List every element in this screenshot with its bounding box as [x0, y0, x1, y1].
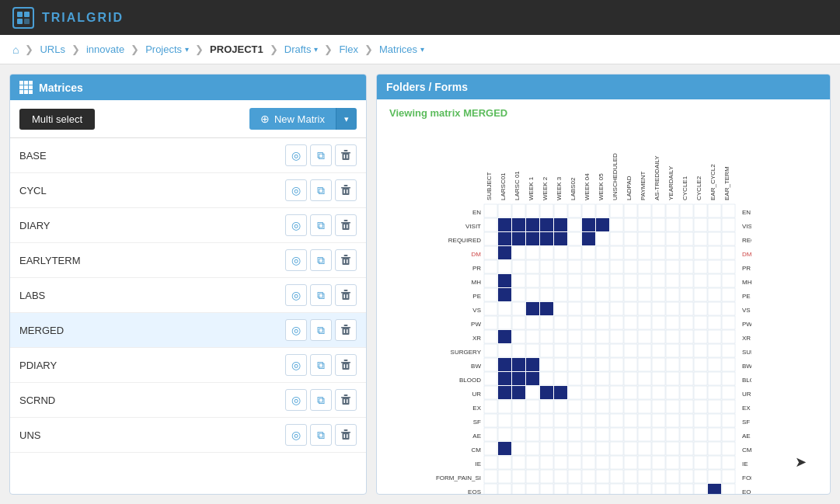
svg-rect-228 [596, 316, 609, 329]
svg-rect-72 [540, 204, 553, 217]
matrices-panel-header: Matrices [10, 75, 366, 100]
matrix-item[interactable]: UNS ◎ ⧉ [10, 418, 366, 453]
svg-rect-408 [722, 442, 735, 455]
svg-rect-453 [554, 484, 567, 494]
svg-text:REQUIRED: REQUIRED [448, 237, 481, 244]
svg-rect-12 [344, 189, 346, 193]
svg-rect-209 [596, 302, 609, 315]
matrix-delete-button[interactable] [335, 284, 357, 306]
matrix-copy-button[interactable]: ⧉ [310, 214, 332, 236]
breadcrumb-matrices[interactable]: Matrices ▾ [376, 42, 427, 57]
matrix-item[interactable]: PDIARY ◎ ⧉ [10, 348, 366, 383]
breadcrumb-home[interactable]: ⌂ [9, 42, 22, 57]
svg-rect-184 [512, 288, 525, 301]
matrix-view-button[interactable]: ◎ [285, 179, 307, 201]
svg-rect-239 [484, 330, 497, 343]
matrix-delete-button[interactable] [335, 424, 357, 446]
breadcrumb-projects[interactable]: Projects ▾ [142, 42, 192, 57]
svg-text:PW: PW [471, 321, 481, 328]
matrix-delete-button[interactable] [335, 144, 357, 166]
svg-rect-232 [652, 316, 665, 329]
svg-rect-43 [347, 399, 348, 403]
svg-rect-397 [568, 442, 581, 455]
svg-rect-346 [652, 400, 665, 413]
matrix-name: PDIARY [19, 360, 285, 371]
svg-rect-7 [344, 155, 346, 158]
svg-rect-191 [610, 288, 623, 301]
matrix-item[interactable]: MERGED ◎ ⧉ [10, 313, 366, 348]
svg-rect-111 [554, 232, 567, 245]
breadcrumb-drafts[interactable]: Drafts ▾ [281, 42, 322, 57]
matrix-item[interactable]: BASE ◎ ⧉ [10, 138, 366, 173]
matrix-delete-button[interactable] [335, 319, 357, 341]
folders-forms-title: Folders / Forms [386, 81, 468, 93]
breadcrumb-urls[interactable]: URLs [37, 42, 68, 57]
matrix-view-button[interactable]: ◎ [285, 424, 307, 446]
matrix-item[interactable]: SCRND ◎ ⧉ [10, 383, 366, 418]
matrix-copy-button[interactable]: ⧉ [310, 249, 332, 271]
matrix-copy-button[interactable]: ⧉ [310, 284, 332, 306]
matrix-view-button[interactable]: ◎ [285, 214, 307, 236]
svg-rect-204 [526, 302, 539, 315]
svg-rect-280 [526, 358, 539, 371]
new-matrix-button[interactable]: ⊕ New Matrix [249, 108, 336, 130]
matrix-copy-button[interactable]: ⧉ [310, 424, 332, 446]
matrix-delete-button[interactable] [335, 249, 357, 271]
svg-rect-38 [347, 364, 348, 368]
svg-rect-108 [512, 232, 525, 245]
svg-text:SURGERY: SURGERY [742, 349, 751, 356]
matrix-view-button[interactable]: ◎ [285, 144, 307, 166]
svg-rect-198 [708, 288, 721, 301]
svg-rect-102 [694, 218, 707, 231]
matrix-view-button[interactable]: ◎ [285, 319, 307, 341]
svg-rect-8 [347, 155, 348, 158]
svg-rect-300 [540, 372, 553, 385]
matrix-view-button[interactable]: ◎ [285, 284, 307, 306]
matrix-copy-button[interactable]: ⧉ [310, 389, 332, 411]
matrix-view-button[interactable]: ◎ [285, 249, 307, 271]
matrix-copy-button[interactable]: ⧉ [310, 179, 332, 201]
matrix-copy-button[interactable]: ⧉ [310, 144, 332, 166]
matrix-copy-button[interactable]: ⧉ [310, 319, 332, 341]
svg-text:MH: MH [742, 279, 751, 286]
breadcrumb-project1[interactable]: PROJECT1 [207, 42, 267, 57]
svg-rect-242 [526, 330, 539, 343]
svg-rect-355 [512, 414, 525, 427]
matrix-item[interactable]: DIARY ◎ ⧉ [10, 208, 366, 243]
svg-rect-312 [708, 372, 721, 385]
svg-rect-419 [610, 456, 623, 469]
breadcrumb-flex[interactable]: Flex [336, 42, 361, 57]
matrix-item[interactable]: CYCL ◎ ⧉ [10, 173, 366, 208]
matrix-view-button[interactable]: ◎ [285, 389, 307, 411]
svg-rect-321 [568, 386, 581, 399]
svg-text:SURGERY: SURGERY [451, 349, 482, 356]
svg-text:VS: VS [472, 307, 481, 314]
breadcrumb-project1-label: PROJECT1 [210, 43, 263, 55]
matrix-delete-button[interactable] [335, 389, 357, 411]
svg-rect-432 [526, 470, 539, 483]
breadcrumb-innovate[interactable]: innovate [83, 42, 127, 57]
svg-rect-192 [624, 288, 637, 301]
svg-rect-46 [343, 433, 350, 440]
matrix-delete-button[interactable] [335, 179, 357, 201]
svg-text:PW: PW [742, 321, 751, 328]
svg-text:BW: BW [471, 363, 481, 370]
svg-rect-224 [540, 316, 553, 329]
svg-rect-329 [680, 386, 693, 399]
matrix-item[interactable]: LABS ◎ ⧉ [10, 278, 366, 313]
matrix-copy-button[interactable]: ⧉ [310, 354, 332, 376]
multi-select-button[interactable]: Multi select [19, 109, 95, 130]
matrix-item[interactable]: EARLYTERM ◎ ⧉ [10, 243, 366, 278]
svg-rect-420 [624, 456, 637, 469]
svg-rect-85 [722, 204, 735, 217]
svg-rect-26 [343, 293, 350, 300]
svg-text:BLOOD: BLOOD [459, 377, 481, 384]
svg-rect-345 [638, 400, 651, 413]
new-matrix-dropdown-button[interactable]: ▾ [336, 108, 357, 130]
matrix-delete-button[interactable] [335, 214, 357, 236]
matrix-delete-button[interactable] [335, 354, 357, 376]
matrix-view-button[interactable]: ◎ [285, 354, 307, 376]
svg-rect-247 [596, 330, 609, 343]
svg-rect-241 [512, 330, 525, 343]
svg-rect-166 [526, 274, 539, 287]
